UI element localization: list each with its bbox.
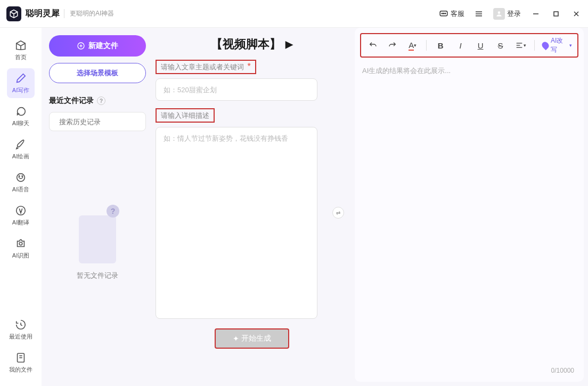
ai-rewrite-label: AI改写 (551, 36, 567, 54)
ai-rewrite-icon (541, 41, 551, 51)
char-count: 0/10000 (360, 365, 578, 376)
sidebar-item-files[interactable]: 我的文件 (7, 348, 35, 377)
sidebar-item-recent[interactable]: 最近使用 (7, 315, 35, 344)
window-close-button[interactable] (571, 9, 582, 19)
new-file-button[interactable]: 新建文件 (49, 35, 146, 57)
help-icon[interactable]: ? (97, 96, 105, 105)
document-title[interactable]: 【视频脚本】 ▶ (156, 36, 348, 52)
sidebar-item-image[interactable]: AI识图 (7, 234, 35, 263)
description-label-box: 请输入详细描述 (156, 108, 215, 123)
sidebar-label: AI绘画 (12, 152, 29, 160)
sidebar-label: AI语音 (12, 186, 29, 194)
recent-files-label: 最近文件记录 (49, 96, 94, 106)
sidebar: 首页 AI写作 AI聊天 AI绘画 AI语音 AI翻译 AI识图 最 (0, 28, 42, 386)
new-file-label: 新建文件 (88, 41, 118, 51)
description-input[interactable] (156, 127, 317, 319)
undo-button[interactable] (366, 38, 379, 52)
subject-label-box: 请输入文章主题或者关键词 * (156, 60, 256, 74)
redo-button[interactable] (386, 38, 398, 52)
title-bar: 聪明灵犀 更聪明的AI神器 客服 登录 (0, 0, 588, 28)
search-box[interactable] (49, 112, 146, 131)
menu-button[interactable] (474, 9, 484, 19)
strike-button[interactable]: S (494, 38, 507, 52)
files-panel: 新建文件 选择场景模板 最近文件记录 ? ? 暂无文件记录 (42, 28, 153, 386)
sidebar-label: AI翻译 (12, 219, 29, 227)
align-button[interactable]: ▾ (514, 38, 526, 52)
svg-point-1 (442, 13, 443, 14)
sidebar-label: 最近使用 (9, 333, 32, 341)
sidebar-label: 我的文件 (9, 366, 32, 374)
sidebar-label: AI写作 (12, 86, 29, 94)
sparkle-icon: ✦ (233, 334, 239, 343)
sidebar-label: 首页 (15, 53, 27, 61)
output-area[interactable]: AI生成的结果将会在此展示... (360, 58, 578, 365)
sidebar-item-home[interactable]: 首页 (7, 35, 35, 65)
svg-point-16 (19, 242, 22, 245)
editor-toolbar: A▾ B I U S ▾ AI改写 ▾ (360, 33, 578, 58)
subject-input[interactable] (156, 78, 317, 101)
sidebar-item-chat[interactable]: AI聊天 (7, 101, 35, 131)
subject-label: 请输入文章主题或者关键词 (161, 63, 244, 71)
avatar-icon (493, 8, 505, 20)
generate-button[interactable]: ✦ 开始生成 (215, 328, 289, 349)
login-button[interactable]: 登录 (493, 8, 521, 20)
customer-service-label: 客服 (451, 9, 464, 19)
toolbar-separator (426, 40, 427, 51)
required-mark: * (247, 62, 250, 71)
output-panel: A▾ B I U S ▾ AI改写 ▾ AI生成的结果将会在此展示... 0/1… (355, 28, 584, 382)
document-title-text: 【视频脚本】 (211, 36, 281, 52)
svg-point-12 (17, 173, 25, 181)
empty-state: ? 暂无文件记录 (49, 131, 146, 386)
underline-button[interactable]: U (474, 38, 486, 52)
sidebar-item-translate[interactable]: AI翻译 (7, 200, 35, 230)
title-arrow-icon: ▶ (285, 38, 293, 50)
empty-state-icon: ? (74, 205, 121, 263)
svg-rect-9 (554, 12, 558, 16)
login-label: 登录 (507, 9, 521, 19)
bold-button[interactable]: B (434, 38, 446, 52)
brand-name: 聪明灵犀 (26, 8, 60, 19)
svg-point-2 (443, 13, 444, 14)
sidebar-item-draw[interactable]: AI绘画 (7, 134, 35, 164)
tagline: 更聪明的AI神器 (64, 9, 114, 18)
editor-center: 【视频脚本】 ▶ 请输入文章主题或者关键词 * 请输入详细描述 ✦ 开始生成 (153, 28, 350, 382)
font-color-button[interactable]: A▾ (406, 38, 419, 52)
pane-resize-handle[interactable]: ⇄ (332, 207, 344, 219)
recent-files-title: 最近文件记录 ? (49, 96, 146, 106)
empty-state-text: 暂无文件记录 (77, 271, 118, 280)
search-input[interactable] (59, 118, 149, 126)
window-minimize-button[interactable] (530, 9, 541, 19)
sidebar-label: AI聊天 (12, 119, 29, 127)
sidebar-item-writing[interactable]: AI写作 (7, 68, 35, 98)
window-maximize-button[interactable] (551, 9, 561, 19)
svg-point-3 (445, 13, 446, 14)
toolbar-separator (534, 40, 535, 51)
generate-label: 开始生成 (241, 334, 271, 343)
svg-point-14 (22, 175, 22, 176)
svg-point-7 (498, 11, 501, 14)
description-label: 请输入详细描述 (161, 111, 209, 119)
svg-point-13 (19, 175, 20, 176)
logo-icon (6, 6, 21, 21)
template-button[interactable]: 选择场景模板 (49, 63, 146, 83)
ai-rewrite-button[interactable]: AI改写 ▾ (542, 36, 572, 54)
sidebar-label: AI识图 (12, 252, 29, 260)
customer-service-button[interactable]: 客服 (439, 9, 464, 19)
italic-button[interactable]: I (454, 38, 467, 52)
sidebar-item-voice[interactable]: AI语音 (7, 167, 35, 197)
